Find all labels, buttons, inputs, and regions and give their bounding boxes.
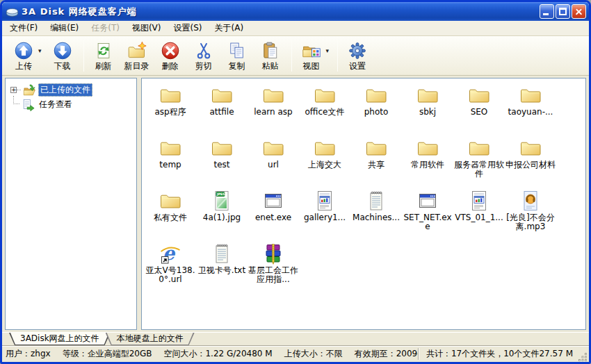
- file-item[interactable]: 卫视卡号.txt: [196, 242, 248, 295]
- file-item[interactable]: attfile: [196, 84, 248, 137]
- file-item-label: 卫视卡号.txt: [196, 266, 248, 275]
- toolbar-button-label: 设置: [349, 61, 366, 71]
- file-item[interactable]: 申报公司材料: [505, 137, 556, 190]
- tab-label: 本地硬盘上的文件: [117, 333, 184, 343]
- tab-label: 3ADisk网盘上的文件: [20, 333, 99, 343]
- file-item[interactable]: 共享: [350, 137, 402, 190]
- dropdown-arrow-icon[interactable]: ▾: [326, 47, 330, 54]
- file-item[interactable]: [光良]不会分离.mp3: [505, 190, 556, 242]
- tree-item[interactable]: 任务查看: [6, 97, 136, 112]
- file-item-label: 常用软件: [402, 160, 453, 169]
- tree-item-label[interactable]: 任务查看: [37, 98, 74, 111]
- status-summary: 共计：17个文件夹，10个文件27.57 M: [426, 348, 573, 360]
- rar-icon: [262, 242, 284, 265]
- folder-icon: [159, 84, 181, 106]
- upload-button[interactable]: 上传▾: [8, 39, 45, 73]
- content-area: +已上传的文件任务查看 asp程序attfilelearn aspoffice文…: [2, 76, 589, 332]
- settings-button[interactable]: 设置: [341, 39, 373, 73]
- files-panel[interactable]: asp程序attfilelearn aspoffice文件photosbkjSE…: [141, 78, 586, 330]
- menu-item[interactable]: 文件(F): [3, 21, 44, 35]
- file-item[interactable]: sbkj: [402, 84, 453, 137]
- folder-icon: [211, 137, 233, 159]
- file-item-label: 基层工会工作应用指...: [248, 266, 299, 284]
- file-item[interactable]: SET_NET.exe: [402, 190, 453, 242]
- refresh-button[interactable]: 刷新: [88, 39, 120, 73]
- folder-tree-panel[interactable]: +已上传的文件任务查看: [5, 78, 137, 330]
- file-item[interactable]: office文件: [299, 84, 350, 137]
- task-view-icon: [22, 98, 35, 112]
- paste-button[interactable]: 粘贴: [254, 39, 286, 73]
- menu-item[interactable]: 编辑(E): [44, 21, 85, 35]
- file-item[interactable]: 亚太V号138.0°.url: [145, 242, 196, 295]
- file-item-label: 私有文件: [145, 213, 196, 222]
- file-item[interactable]: 常用软件: [402, 137, 453, 190]
- file-item-label: 上海交大: [299, 160, 350, 169]
- file-item[interactable]: 私有文件: [145, 190, 196, 242]
- file-item[interactable]: asp程序: [145, 84, 196, 137]
- tree-item[interactable]: +已上传的文件: [6, 83, 136, 97]
- file-item[interactable]: test: [196, 137, 248, 190]
- folder-icon: [519, 84, 542, 106]
- file-item-label: sbkj: [402, 108, 453, 117]
- file-item[interactable]: 服务器常用软件: [453, 137, 505, 190]
- toolbar-separator: [337, 40, 338, 72]
- file-grid: asp程序attfilelearn aspoffice文件photosbkjSE…: [142, 78, 585, 329]
- file-item[interactable]: SEO: [453, 84, 505, 137]
- new-folder-button[interactable]: 新目录: [121, 39, 153, 73]
- view-button[interactable]: 视图▾: [296, 39, 333, 73]
- cut-button[interactable]: 剪切: [188, 39, 220, 73]
- file-item[interactable]: 4a(1).jpg: [196, 190, 248, 242]
- download-button[interactable]: 下载: [47, 39, 79, 73]
- file-item[interactable]: taoyuan-...: [505, 84, 556, 137]
- tree-item-label[interactable]: 已上传的文件: [38, 83, 92, 97]
- toolbar-button-label: 下载: [54, 61, 71, 71]
- jpeg-icon: [211, 190, 233, 212]
- file-item-label: 共享: [350, 160, 402, 169]
- file-item[interactable]: gallery1...: [299, 190, 350, 242]
- file-item[interactable]: VTS_01_1...: [453, 190, 505, 242]
- menu-item[interactable]: 设置(S): [168, 21, 209, 35]
- title-bar[interactable]: 3A Disk 网络硬盘客户端: [2, 2, 589, 21]
- window-title: 3A Disk 网络硬盘客户端: [22, 6, 540, 18]
- delete-button[interactable]: 删除: [154, 39, 186, 73]
- file-item[interactable]: Machines...: [350, 190, 402, 242]
- file-item-label: 申报公司材料: [505, 160, 556, 169]
- resize-grip-icon[interactable]: [578, 353, 588, 362]
- file-item[interactable]: enet.exe: [248, 190, 299, 242]
- file-item[interactable]: 上海交大: [299, 137, 350, 190]
- file-item-label: photo: [350, 108, 402, 117]
- file-item[interactable]: temp: [145, 137, 196, 190]
- file-item-label: office文件: [299, 108, 350, 117]
- file-item-label: SEO: [453, 108, 505, 117]
- file-item[interactable]: learn asp: [248, 84, 299, 137]
- copy-icon: [227, 41, 247, 60]
- file-item-label: 亚太V号138.0°.url: [145, 266, 196, 284]
- folder-icon: [365, 84, 387, 106]
- menu-bar: 文件(F)编辑(E)任务(T)视图(V)设置(S)关于(A): [2, 21, 589, 36]
- file-item-label: [光良]不会分离.mp3: [505, 213, 556, 231]
- tab-inactive[interactable]: 本地硬盘上的文件: [106, 333, 195, 345]
- expand-icon[interactable]: +: [10, 87, 17, 93]
- file-item[interactable]: photo: [350, 84, 402, 137]
- minimize-button[interactable]: [540, 4, 554, 19]
- maximize-button[interactable]: [556, 4, 570, 19]
- dropdown-arrow-icon[interactable]: ▾: [38, 47, 42, 54]
- toolbar-button-label: 上传: [15, 61, 32, 71]
- webdoc-icon: [468, 190, 490, 212]
- ie-shortcut-icon: [159, 242, 181, 265]
- tab-active[interactable]: 3ADisk网盘上的文件: [9, 333, 111, 345]
- folder-icon: [519, 137, 542, 159]
- notepad-icon: [211, 242, 233, 265]
- toolbar-button-label: 删除: [162, 61, 179, 71]
- file-item[interactable]: url: [248, 137, 299, 190]
- close-button[interactable]: [572, 4, 586, 19]
- copy-button[interactable]: 复制: [221, 39, 253, 73]
- file-item[interactable]: 基层工会工作应用指...: [248, 242, 299, 295]
- toolbar-button-label: 复制: [229, 61, 245, 71]
- exe-icon: [416, 190, 439, 212]
- menu-item[interactable]: 视图(V): [126, 21, 168, 35]
- menu-item[interactable]: 关于(A): [208, 21, 250, 35]
- minimize-icon: [543, 13, 549, 15]
- menu-item: 任务(T): [85, 21, 126, 35]
- folder-icon: [314, 84, 336, 106]
